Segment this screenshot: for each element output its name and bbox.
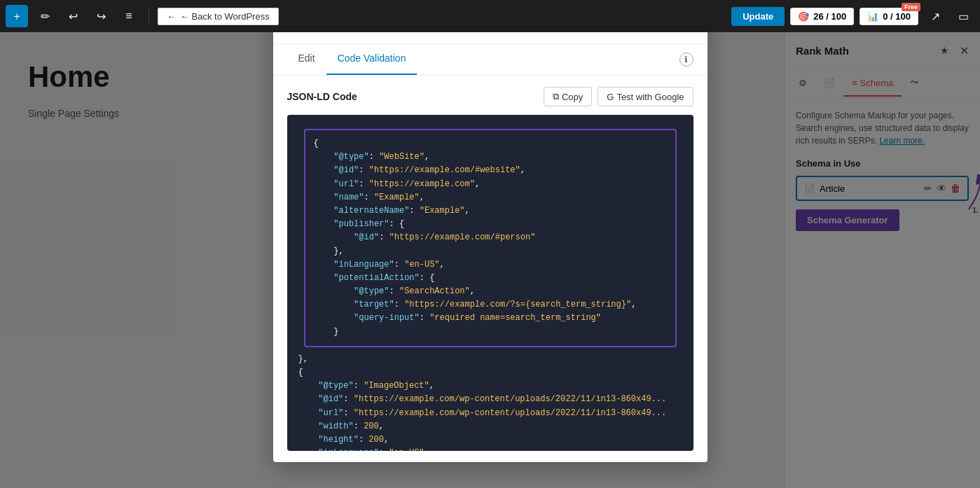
code-line-15: } [314,326,667,339]
copy-button[interactable]: ⧉ Copy [544,87,592,106]
modal-body: JSON-LD Code ⧉ Copy G Test with Google [273,76,708,462]
highlighted-code-section: { "@type": "WebSite", "@id": "https://ex… [304,129,677,347]
undo-button[interactable]: ↩ [62,5,84,27]
code-line-22: "height": 200, [298,433,682,447]
code-line-9: }, [314,245,667,258]
add-block-button[interactable]: ＋ [6,5,28,27]
code-line-12: "@type": "SearchAction", [314,285,667,298]
code-line-2: "@type": "WebSite", [314,151,667,164]
modal-tabs: Edit Code Validation ℹ [273,44,708,76]
schema-builder-modal: Schema Builder ✕ Edit Code Validation ℹ … [273,7,708,462]
copy-icon: ⧉ [553,91,559,102]
code-line-3: "@id": "https://example.com/#website", [314,164,667,177]
seo-score-icon: 🎯 [798,11,809,22]
edit-mode-button[interactable]: ✏ [34,5,56,27]
code-line-16: }, [298,353,682,366]
code-line-8: "@id": "https://example.com/#person" [314,231,667,244]
back-to-wordpress-link[interactable]: ← ← Back to WordPress [158,8,279,25]
seo-score-badge[interactable]: 🎯 26 / 100 [790,8,854,25]
free-tag: Free [902,3,920,11]
tab-code-validation[interactable]: Code Validation [326,44,417,75]
list-view-button[interactable]: ≡ [118,5,140,27]
back-label: ← Back to WordPress [180,11,270,22]
code-line-14: "query-input": "required name=search_ter… [314,312,667,325]
update-button[interactable]: Update [731,7,785,26]
json-ld-title: JSON-LD Code [287,91,357,102]
code-line-4: "url": "https://example.com", [314,178,667,191]
code-line-6: "alternateName": "Example", [314,204,667,218]
modal-overlay: Schema Builder ✕ Edit Code Validation ℹ … [0,0,980,488]
seo-score-value: 26 / 100 [813,11,846,22]
redo-button[interactable]: ↪ [90,5,112,27]
code-line-23: "inLanguage": "en-US" [298,447,682,451]
external-link-button[interactable]: ↗ [924,5,946,27]
tab-edit[interactable]: Edit [287,44,326,75]
content-score-badge[interactable]: Free 📊 0 / 100 [860,8,918,25]
json-ld-header: JSON-LD Code ⧉ Copy G Test with Google [287,87,693,106]
test-with-google-button[interactable]: G Test with Google [598,87,693,106]
info-icon[interactable]: ℹ [679,53,693,67]
toolbar-separator [149,8,149,25]
code-line-20: "url": "https://example.com/wp-content/u… [298,407,682,420]
json-ld-actions: ⧉ Copy G Test with Google [544,87,693,106]
code-line-21: "width": 200, [298,420,682,433]
json-ld-code-block: { "@type": "WebSite", "@id": "https://ex… [287,115,693,451]
content-score-value: 0 / 100 [883,11,911,22]
sidebar-toggle-button[interactable]: ▭ [952,5,974,27]
google-icon: G [607,92,614,102]
code-line-10: "inLanguage": "en-US", [314,258,667,272]
code-inner: { "@type": "WebSite", "@id": "https://ex… [287,115,693,451]
code-line-19: "@id": "https://example.com/wp-content/u… [298,393,682,406]
code-line-5: "name": "Example", [314,191,667,204]
code-line-7: "publisher": { [314,218,667,231]
code-line-11: "potentialAction": { [314,272,667,285]
content-score-icon: 📊 [867,11,878,22]
toolbar-right: Update 🎯 26 / 100 Free 📊 0 / 100 ↗ ▭ [731,5,974,27]
code-line-17: { [298,366,682,379]
code-line-1: { [314,137,667,151]
code-line-13: "target": "https://example.com/?s={searc… [314,298,667,312]
code-line-18: "@type": "ImageObject", [298,379,682,393]
wp-toolbar: ＋ ✏ ↩ ↪ ≡ ← ← Back to WordPress Update 🎯… [0,0,980,32]
back-arrow-icon: ← [167,11,176,22]
